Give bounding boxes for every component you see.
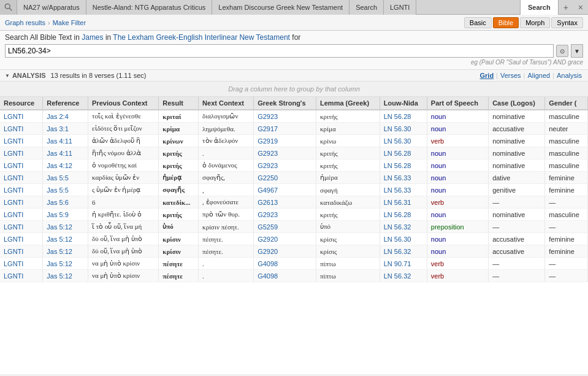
cell-louw[interactable]: LN 56.28 bbox=[380, 147, 427, 159]
cell-ref[interactable]: Jas 4:11 bbox=[43, 135, 88, 147]
cell-louw[interactable]: LN 56.28 bbox=[380, 209, 427, 221]
search-input[interactable] bbox=[5, 44, 554, 58]
table-row[interactable]: LGNTI Jas 3:1 εἰδότες ὅτι μεῖζον κρίμα λ… bbox=[0, 123, 588, 135]
col-lemma[interactable]: Lemma (Greek) bbox=[316, 97, 380, 110]
cell-resource[interactable]: LGNTI bbox=[0, 123, 43, 135]
cell-strongs[interactable]: G4098 bbox=[254, 258, 316, 270]
view-analysis-button[interactable]: Analysis bbox=[556, 72, 583, 79]
col-gender[interactable]: Gender ( bbox=[545, 97, 588, 110]
view-grid-button[interactable]: Grid bbox=[478, 72, 495, 79]
col-resource[interactable]: Resource bbox=[0, 97, 43, 110]
cell-ref[interactable]: Jas 5:9 bbox=[43, 209, 88, 221]
cell-strongs[interactable]: G2923 bbox=[254, 209, 316, 221]
table-row[interactable]: LGNTI Jas 5:5 ς ὑμῶν ἐν ἡμέρᾳ σφαγῆς , G… bbox=[0, 184, 588, 196]
cell-strongs[interactable]: G2920 bbox=[254, 245, 316, 258]
cell-louw[interactable]: LN 56.30 bbox=[380, 123, 427, 135]
table-row[interactable]: LGNTI Jas 5:12 να μὴ ὑπὸ κρίσιν πέσητε .… bbox=[0, 258, 588, 270]
cell-resource[interactable]: LGNTI bbox=[0, 159, 43, 172]
view-mode-basic[interactable]: Basic bbox=[464, 17, 492, 28]
cell-ref[interactable]: Jas 4:12 bbox=[43, 159, 88, 172]
tab-add-button[interactable]: + bbox=[558, 0, 573, 15]
col-prev-context[interactable]: Previous Context bbox=[88, 97, 159, 110]
cell-strongs[interactable]: G2923 bbox=[254, 110, 316, 123]
cell-louw[interactable]: LN 90.71 bbox=[380, 258, 427, 270]
cell-resource[interactable]: LGNTI bbox=[0, 258, 43, 270]
col-louw[interactable]: Louw-Nida bbox=[380, 97, 427, 110]
cell-louw[interactable]: LN 56.33 bbox=[380, 172, 427, 184]
cell-ref[interactable]: Jas 2:4 bbox=[43, 110, 88, 123]
cell-ref[interactable]: Jas 5:5 bbox=[43, 172, 88, 184]
col-reference[interactable]: Reference bbox=[43, 97, 88, 110]
table-row[interactable]: LGNTI Jas 5:5 καρδίας ὑμῶν ἐν ἡμέρᾳ σφαγ… bbox=[0, 172, 588, 184]
table-row[interactable]: LGNTI Jas 5:12 δύ οὔ, ἵνα μὴ ὑπὸ κρίσιν … bbox=[0, 245, 588, 258]
view-aligned-button[interactable]: Aligned bbox=[526, 72, 551, 79]
cell-louw[interactable]: LN 56.30 bbox=[380, 135, 427, 147]
cell-strongs[interactable]: G2250 bbox=[254, 172, 316, 184]
table-row[interactable]: LGNTI Jas 5:9 ἡ κριθῆτε. ἰδοὺ ὁ κριτής π… bbox=[0, 209, 588, 221]
tab-ntg[interactable]: Nestle-Aland: NTG Apparatus Criticus bbox=[86, 0, 213, 15]
search-dropdown-button[interactable]: ▼ bbox=[571, 44, 583, 58]
table-row[interactable]: LGNTI Jas 5:12 δύ οὔ, ἵνα μὴ ὑπὸ κρίσιν … bbox=[0, 233, 588, 245]
view-mode-syntax[interactable]: Syntax bbox=[551, 17, 583, 28]
cell-resource[interactable]: LGNTI bbox=[0, 270, 43, 282]
cell-resource[interactable]: LGNTI bbox=[0, 245, 43, 258]
make-filter-link[interactable]: Make Filter bbox=[53, 19, 86, 26]
cell-louw[interactable]: LN 56.32 bbox=[380, 245, 427, 258]
cell-ref[interactable]: Jas 4:11 bbox=[43, 147, 88, 159]
cell-strongs[interactable]: G2613 bbox=[254, 196, 316, 209]
tab-lgnti[interactable]: LGNTI bbox=[384, 0, 416, 15]
tab-search1[interactable]: Search bbox=[349, 0, 384, 15]
cell-ref[interactable]: Jas 5:12 bbox=[43, 270, 88, 282]
results-table-container[interactable]: Resource Reference Previous Context Resu… bbox=[0, 97, 588, 374]
analysis-toggle[interactable]: ▼ ANALYSIS bbox=[5, 72, 46, 79]
cell-strongs[interactable]: G4098 bbox=[254, 270, 316, 282]
search-book-link[interactable]: James bbox=[82, 33, 103, 42]
tab-search2[interactable]: Search bbox=[520, 0, 558, 15]
cell-resource[interactable]: LGNTI bbox=[0, 184, 43, 196]
cell-strongs[interactable]: G2923 bbox=[254, 159, 316, 172]
cell-resource[interactable]: LGNTI bbox=[0, 221, 43, 233]
col-next-context[interactable]: Next Context bbox=[199, 97, 254, 110]
tab-na27[interactable]: NA27 w/Apparatus bbox=[17, 0, 86, 15]
cell-louw[interactable]: LN 56.32 bbox=[380, 270, 427, 282]
cell-resource[interactable]: LGNTI bbox=[0, 196, 43, 209]
cell-louw[interactable]: LN 56.31 bbox=[380, 196, 427, 209]
cell-louw[interactable]: LN 56.32 bbox=[380, 221, 427, 233]
table-row[interactable]: LGNTI Jas 2:4 τοῖς καὶ ἐγένεσθε κριταί δ… bbox=[0, 110, 588, 123]
table-row[interactable]: LGNTI Jas 5:12 να μὴ ὑπὸ κρίσιν πέσητε .… bbox=[0, 270, 588, 282]
cell-strongs[interactable]: G4967 bbox=[254, 184, 316, 196]
cell-ref[interactable]: Jas 5:6 bbox=[43, 196, 88, 209]
cell-strongs[interactable]: G2923 bbox=[254, 147, 316, 159]
cell-ref[interactable]: Jas 5:12 bbox=[43, 221, 88, 233]
tab-lexham[interactable]: Lexham Discourse Greek New Testament bbox=[212, 0, 349, 15]
search-resource-link[interactable]: The Lexham Greek-English Interlinear New… bbox=[113, 33, 290, 42]
cell-louw[interactable]: LN 56.28 bbox=[380, 159, 427, 172]
col-strongs[interactable]: Greek Strong's bbox=[254, 97, 316, 110]
cell-resource[interactable]: LGNTI bbox=[0, 209, 43, 221]
cell-resource[interactable]: LGNTI bbox=[0, 110, 43, 123]
cell-ref[interactable]: Jas 5:12 bbox=[43, 245, 88, 258]
col-pos[interactable]: Part of Speech bbox=[427, 97, 488, 110]
view-mode-bible[interactable]: Bible bbox=[493, 17, 519, 28]
cell-louw[interactable]: LN 56.33 bbox=[380, 184, 427, 196]
table-row[interactable]: LGNTI Jas 4:11 ἢτῆς νόμου ἀλλὰ κριτής . … bbox=[0, 147, 588, 159]
cell-ref[interactable]: Jas 5:5 bbox=[43, 184, 88, 196]
cell-resource[interactable]: LGNTI bbox=[0, 147, 43, 159]
cell-louw[interactable]: LN 56.28 bbox=[380, 110, 427, 123]
cell-resource[interactable]: LGNTI bbox=[0, 233, 43, 245]
table-row[interactable]: LGNTI Jas 4:12 ὁ νομοθέτης καί κριτής ὁ … bbox=[0, 159, 588, 172]
cell-ref[interactable]: Jas 5:12 bbox=[43, 233, 88, 245]
cell-strongs[interactable]: G2917 bbox=[254, 123, 316, 135]
col-case[interactable]: Case (Logos) bbox=[489, 97, 545, 110]
cell-louw[interactable]: LN 56.30 bbox=[380, 233, 427, 245]
table-row[interactable]: LGNTI Jas 5:6 6 κατεδίκ... , ἐφονεύσατε … bbox=[0, 196, 588, 209]
cell-strongs[interactable]: G2920 bbox=[254, 233, 316, 245]
cell-ref[interactable]: Jas 5:12 bbox=[43, 258, 88, 270]
table-row[interactable]: LGNTI Jas 5:12 ἵ τὸ οὗ οὔ, ἵνα μή ὑπό κρ… bbox=[0, 221, 588, 233]
view-mode-morph[interactable]: Morph bbox=[520, 17, 550, 28]
cell-strongs[interactable]: G2919 bbox=[254, 135, 316, 147]
cell-resource[interactable]: LGNTI bbox=[0, 135, 43, 147]
search-clear-button[interactable]: ⊙ bbox=[556, 45, 568, 57]
col-result[interactable]: Result bbox=[159, 97, 199, 110]
cell-strongs[interactable]: G5259 bbox=[254, 221, 316, 233]
